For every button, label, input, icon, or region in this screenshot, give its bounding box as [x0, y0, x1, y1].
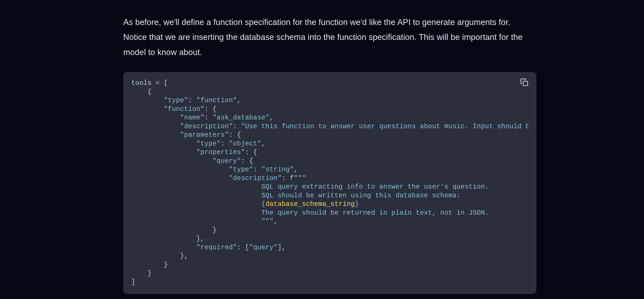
copy-button[interactable] [520, 78, 529, 88]
article-content: As before, we'll define a function speci… [123, 7, 538, 294]
code-content: tools = [ { "type": "function", "functio… [131, 79, 528, 286]
svg-rect-0 [523, 81, 528, 86]
intro-paragraph: As before, we'll define a function speci… [123, 15, 527, 60]
copy-icon [520, 78, 529, 87]
code-block: tools = [ { "type": "function", "functio… [123, 72, 536, 294]
